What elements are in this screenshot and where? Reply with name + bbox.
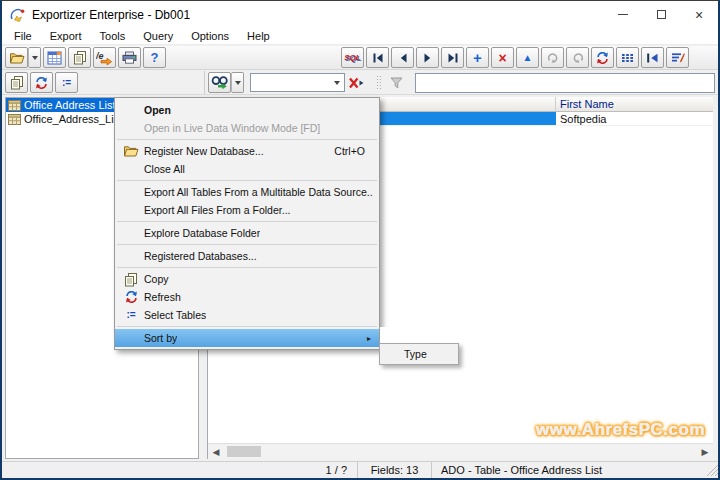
filter-button[interactable] <box>385 72 408 93</box>
menu-item-label: Registered Databases... <box>144 250 257 262</box>
print-button[interactable] <box>118 47 141 68</box>
copy-table-button[interactable] <box>5 72 28 93</box>
menu-item-close-all[interactable]: Close All <box>115 160 379 178</box>
folder-open-icon <box>9 51 25 65</box>
menu-separator <box>117 244 377 245</box>
find-dropdown-button[interactable] <box>231 72 244 93</box>
filter-input[interactable] <box>415 73 715 93</box>
close-button[interactable]: × <box>680 1 718 28</box>
watermark: www.AhrefsPC.com <box>536 420 705 440</box>
menu-separator <box>117 221 377 222</box>
submenu-backdrop <box>380 327 602 343</box>
menu-item-select-tables[interactable]: :=Select Tables <box>115 306 379 324</box>
app-icon <box>9 7 26 23</box>
refresh-icon <box>596 52 609 64</box>
clear-search-button[interactable] <box>345 72 368 93</box>
menu-item-register-new-database[interactable]: Register New Database...Ctrl+O <box>115 142 379 160</box>
post-edit-button[interactable] <box>541 47 564 68</box>
open-table-button[interactable] <box>43 47 66 68</box>
first-record-button[interactable] <box>366 47 389 68</box>
menu-item-label: Close All <box>144 163 185 175</box>
menubar-item-export[interactable]: Export <box>41 29 91 44</box>
chevron-down-icon <box>235 81 241 85</box>
svg-text:/e: /e <box>96 51 104 61</box>
printer-icon <box>122 51 137 64</box>
prior-record-button[interactable] <box>391 47 414 68</box>
insert-record-button[interactable]: + <box>466 47 489 68</box>
scrollbar-thumb[interactable] <box>227 446 261 457</box>
menu-item-shortcut: Ctrl+O <box>324 145 373 157</box>
search-combobox[interactable] <box>250 73 345 92</box>
resize-grip[interactable] <box>704 462 718 478</box>
menu-item-export-all-files-from-a-folder[interactable]: Export All Files From a Folder... <box>115 201 379 219</box>
submenu-item-type[interactable]: Type <box>380 348 427 360</box>
menubar-item-query[interactable]: Query <box>134 29 182 44</box>
menu-item-explore-database-folder[interactable]: Explore Database Folder <box>115 224 379 242</box>
menu-item-open-in-live-data-window-mode-fd[interactable]: Open in Live Data Window Mode [FD] <box>115 119 379 137</box>
next-record-button[interactable] <box>416 47 439 68</box>
edit-record-button[interactable]: ▲ <box>516 47 539 68</box>
move-column-left-button[interactable] <box>641 47 664 68</box>
plus-icon: + <box>473 50 482 65</box>
grid-header-cell-first-name[interactable]: First Name <box>556 97 713 111</box>
menu-item-label: Export All Tables From a Multitable Data… <box>144 186 373 198</box>
menubar-item-options[interactable]: Options <box>182 29 238 44</box>
horizontal-scrollbar[interactable]: ◀ ▶ <box>208 443 713 459</box>
refresh-button[interactable] <box>591 47 614 68</box>
menubar-item-help[interactable]: Help <box>238 29 279 44</box>
clear-search-icon <box>348 77 365 89</box>
scroll-left-arrow-icon[interactable]: ◀ <box>208 444 224 459</box>
menu-item-export-all-tables-from-a-multitable-data-source[interactable]: Export All Tables From a Multitable Data… <box>115 183 379 201</box>
menubar-item-file[interactable]: File <box>5 29 41 44</box>
last-record-button[interactable] <box>441 47 464 68</box>
sql-icon: SQL <box>344 53 360 62</box>
delete-record-button[interactable]: × <box>491 47 514 68</box>
copy-icon <box>73 50 87 65</box>
cancel-edit-button[interactable] <box>566 47 589 68</box>
sort-lines-icon <box>671 52 685 63</box>
export-button[interactable]: /e <box>93 47 116 68</box>
context-menu: OpenOpen in Live Data Window Mode [FD]Re… <box>114 97 380 350</box>
help-button[interactable]: ? <box>143 47 166 68</box>
refresh-tables-button[interactable] <box>30 72 53 93</box>
copy-button[interactable] <box>68 47 91 68</box>
bar-left-icon <box>646 53 659 63</box>
table-list-item-label: Office_Address_List <box>24 113 122 125</box>
menu-item-refresh[interactable]: Refresh <box>115 288 379 306</box>
find-button[interactable] <box>208 72 231 93</box>
sql-button[interactable]: SQL <box>341 47 364 68</box>
columns-button[interactable] <box>616 47 639 68</box>
menubar: FileExportToolsQueryOptionsHelp <box>2 28 718 45</box>
submenu-arrow-icon: ▸ <box>367 334 373 343</box>
open-database-button-dropdown[interactable] <box>28 47 41 68</box>
copy-icon <box>124 272 138 287</box>
maximize-button[interactable] <box>642 1 680 28</box>
menu-item-registered-databases[interactable]: Registered Databases... <box>115 247 379 265</box>
prev-icon <box>398 53 408 63</box>
menu-item-label: Sort by <box>144 332 177 344</box>
menu-item-label: Register New Database... <box>144 145 264 157</box>
sort-by-submenu: Type <box>379 343 459 365</box>
main-toolbar: /e? SQL+×▲ <box>2 46 718 70</box>
select-tables-button[interactable]: := <box>55 72 78 93</box>
binoculars-icon <box>211 76 229 90</box>
menu-separator <box>117 267 377 268</box>
open-database-button[interactable] <box>5 47 28 68</box>
select-tables-icon: := <box>126 310 135 320</box>
close-icon: × <box>695 8 703 22</box>
chevron-down-icon <box>32 56 38 60</box>
next-icon <box>423 53 433 63</box>
menubar-item-tools[interactable]: Tools <box>91 29 135 44</box>
sheet-icon <box>8 114 21 125</box>
minimize-button[interactable] <box>604 1 642 28</box>
scroll-right-arrow-icon[interactable]: ▶ <box>697 444 713 459</box>
menu-item-copy[interactable]: Copy <box>115 270 379 288</box>
app-window: Exportizer Enterprise - Db001 × FileExpo… <box>0 0 720 480</box>
toolbar-grip <box>376 75 381 91</box>
sort-filter-button[interactable] <box>666 47 689 68</box>
menu-item-sort-by[interactable]: Sort by▸ <box>115 329 379 347</box>
select-tables-icon: := <box>62 78 71 88</box>
menu-item-open[interactable]: Open <box>115 101 379 119</box>
grid-cell-first-name[interactable]: Softpedia <box>556 112 713 125</box>
maximize-icon <box>657 10 666 19</box>
